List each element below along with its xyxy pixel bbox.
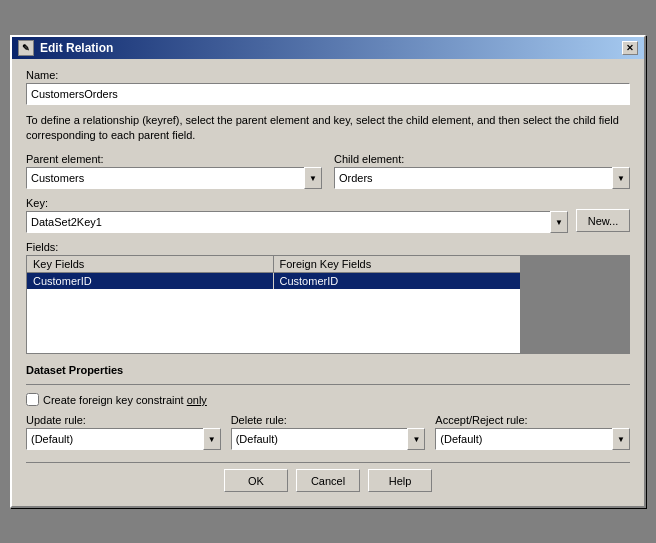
fk-checkbox-row: Create foreign key constraint only [26,393,630,406]
element-row: Parent element: Customers ▼ Child elemen… [26,153,630,189]
bottom-buttons: OK Cancel Help [26,462,630,496]
name-row: Name: [26,69,630,105]
key-col: Key: DataSet2Key1 ▼ [26,197,568,233]
fields-label: Fields: [26,241,630,253]
dialog-content: Name: To define a relationship (keyref),… [12,59,644,507]
key-select-wrapper: DataSet2Key1 ▼ [26,211,568,233]
title-bar: ✎ Edit Relation ✕ [12,37,644,59]
accept-rule-col: Accept/Reject rule: (Default) ▼ [435,414,630,450]
accept-rule-select[interactable]: (Default) [435,428,630,450]
dialog-title: Edit Relation [40,41,113,55]
title-controls: ✕ [622,41,638,55]
delete-rule-col: Delete rule: (Default) ▼ [231,414,426,450]
key-select[interactable]: DataSet2Key1 [26,211,568,233]
parent-select[interactable]: Customers [26,167,322,189]
parent-select-wrapper: Customers ▼ [26,167,322,189]
dataset-section-label: Dataset Properties [26,364,630,376]
name-input[interactable] [26,83,630,105]
update-rule-label: Update rule: [26,414,221,426]
fk-field-cell: CustomerID [274,273,521,289]
divider [26,384,630,385]
name-label: Name: [26,69,630,81]
close-button[interactable]: ✕ [622,41,638,55]
fields-header: Key Fields Foreign Key Fields [27,256,520,273]
child-select-wrapper: Orders ▼ [334,167,630,189]
delete-rule-select-wrapper: (Default) ▼ [231,428,426,450]
parent-col: Parent element: Customers ▼ [26,153,322,189]
fk-checkbox[interactable] [26,393,39,406]
new-button[interactable]: New... [576,209,630,232]
child-col: Child element: Orders ▼ [334,153,630,189]
fields-right-gray [520,255,630,354]
edit-relation-dialog: ✎ Edit Relation ✕ Name: To define a rela… [10,35,646,509]
accept-rule-select-wrapper: (Default) ▼ [435,428,630,450]
parent-label: Parent element: [26,153,322,165]
update-rule-select[interactable]: (Default) [26,428,221,450]
fields-container: Key Fields Foreign Key Fields CustomerID… [26,255,630,354]
col-fk-header: Foreign Key Fields [274,256,521,272]
fields-empty-area [27,289,520,349]
ok-button[interactable]: OK [224,469,288,492]
update-rule-select-wrapper: (Default) ▼ [26,428,221,450]
fields-left: Key Fields Foreign Key Fields CustomerID… [26,255,520,354]
key-row: Key: DataSet2Key1 ▼ New... [26,197,630,233]
key-label: Key: [26,197,568,209]
cancel-button[interactable]: Cancel [296,469,360,492]
title-icon: ✎ [18,40,34,56]
update-rule-col: Update rule: (Default) ▼ [26,414,221,450]
child-label: Child element: [334,153,630,165]
table-row[interactable]: CustomerID CustomerID [27,273,520,289]
fk-checkbox-label: Create foreign key constraint only [43,394,207,406]
description-text: To define a relationship (keyref), selec… [26,113,630,144]
help-button[interactable]: Help [368,469,432,492]
child-select[interactable]: Orders [334,167,630,189]
delete-rule-select[interactable]: (Default) [231,428,426,450]
key-field-cell: CustomerID [27,273,274,289]
fields-body: CustomerID CustomerID [27,273,520,353]
col-key-header: Key Fields [27,256,274,272]
accept-rule-label: Accept/Reject rule: [435,414,630,426]
rules-row: Update rule: (Default) ▼ Delete rule: (D… [26,414,630,450]
delete-rule-label: Delete rule: [231,414,426,426]
